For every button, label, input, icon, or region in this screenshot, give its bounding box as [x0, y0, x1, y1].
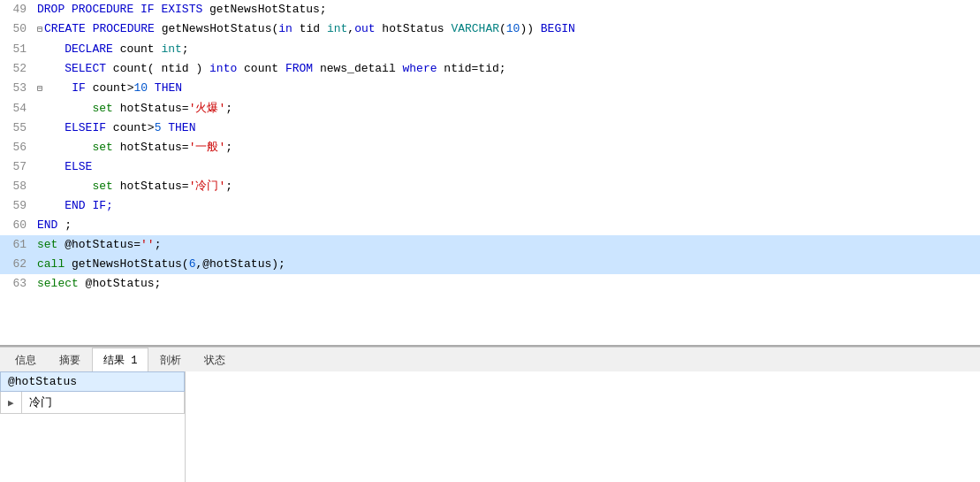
tab-结果 1[interactable]: 结果 1 [92, 348, 148, 372]
token: VARCHAR [451, 22, 499, 35]
token: 10 [133, 81, 148, 95]
result-row: ▶冷门 [1, 392, 185, 414]
token: count> [113, 121, 155, 134]
token: ,@hotStatus); [195, 257, 285, 271]
token: DECLARE [37, 42, 120, 56]
code-line: 56 set hotStatus='一般'; [0, 138, 980, 157]
token: END [37, 218, 65, 232]
token: hotStatus= [120, 102, 189, 115]
line-content: ⊟ IF count>10 THEN [34, 79, 980, 99]
result-table: @hotStatus ▶冷门 [0, 371, 185, 414]
code-line: 63select @hotStatus; [0, 274, 980, 294]
token: ; [182, 42, 189, 56]
token: getNewsHotStatus [162, 22, 272, 35]
token: set [37, 180, 120, 193]
token: CREATE PROCEDURE [44, 22, 162, 35]
token: ntid=tid; [437, 62, 506, 75]
line-content: ELSE [34, 157, 980, 177]
line-content: set @hotStatus=''; [34, 235, 980, 255]
line-content: set hotStatus='一般'; [34, 138, 980, 157]
code-line: 55 ELSEIF count>5 THEN [0, 119, 980, 138]
token: count [237, 62, 285, 75]
token: hotStatus= [120, 180, 189, 193]
token: SELECT [37, 62, 113, 75]
token: ELSE [37, 160, 92, 173]
token: )) [520, 22, 540, 35]
token: int [327, 22, 347, 35]
tab-摘要[interactable]: 摘要 [48, 348, 92, 372]
token: ; [65, 218, 72, 232]
token: set [37, 141, 120, 154]
row-indicator: ▶ [1, 392, 22, 414]
token: , [347, 22, 354, 35]
token: out [354, 22, 375, 35]
token: ( [499, 22, 506, 35]
token: count> [93, 81, 134, 95]
line-content: DECLARE count int; [34, 40, 980, 59]
code-line: 58 set hotStatus='冷门'; [0, 177, 980, 196]
token: in [278, 22, 292, 35]
token: getNewsHotStatus( [72, 257, 189, 271]
line-content: END IF; [34, 196, 980, 216]
token: THEN [161, 121, 195, 134]
line-content: select @hotStatus; [34, 274, 980, 294]
line-number: 61 [0, 235, 34, 255]
token: ELSEIF [37, 121, 113, 134]
line-number: 49 [0, 0, 34, 19]
token: FROM [285, 62, 313, 75]
token: @hotStatus= [65, 238, 141, 251]
token: ; [225, 102, 232, 115]
line-number: 54 [0, 99, 34, 119]
token: THEN [148, 81, 182, 95]
token: '火爆' [189, 102, 226, 115]
token: IF [44, 81, 93, 95]
line-number: 56 [0, 138, 34, 157]
token: ; [155, 238, 162, 251]
line-content: ⊟CREATE PROCEDURE getNewsHotStatus(in ti… [34, 19, 980, 40]
token: DROP PROCEDURE IF EXISTS [37, 3, 209, 16]
token: set [37, 102, 120, 115]
line-number: 59 [0, 196, 34, 216]
token: '冷门' [189, 180, 226, 193]
line-number: 58 [0, 177, 34, 196]
line-number: 57 [0, 157, 34, 177]
token: '' [141, 238, 155, 251]
result-content: @hotStatus ▶冷门 [0, 371, 980, 482]
line-content: DROP PROCEDURE IF EXISTS getNewsHotStatu… [34, 0, 980, 19]
line-number: 60 [0, 216, 34, 235]
token: BEGIN [541, 22, 575, 35]
token: ; [225, 180, 232, 193]
tab-状态[interactable]: 状态 [193, 348, 237, 372]
line-number: 50 [0, 19, 34, 39]
tab-信息[interactable]: 信息 [4, 348, 48, 372]
token: hotStatus [376, 22, 452, 35]
line-content: END ; [34, 216, 980, 235]
code-line: 51 DECLARE count int; [0, 40, 980, 59]
code-line: 59 END IF; [0, 196, 980, 216]
line-number: 62 [0, 255, 34, 274]
token: set [37, 238, 65, 251]
code-line: 50⊟CREATE PROCEDURE getNewsHotStatus(in … [0, 19, 980, 40]
code-line: 57 ELSE [0, 157, 980, 177]
token: where [403, 62, 437, 75]
line-number: 55 [0, 119, 34, 138]
token: int [161, 42, 181, 56]
result-left: @hotStatus ▶冷门 [0, 371, 186, 482]
code-line: 61set @hotStatus=''; [0, 235, 980, 255]
token: getNewsHotStatus; [209, 3, 327, 16]
code-line: 60END ; [0, 216, 980, 235]
tab-剖析[interactable]: 剖析 [148, 348, 193, 372]
token: 10 [506, 22, 520, 35]
token: tid [292, 22, 327, 35]
editor-area[interactable]: 49DROP PROCEDURE IF EXISTS getNewsHotSta… [0, 0, 980, 345]
token: count [120, 42, 162, 56]
token: count( ntid ) [113, 62, 209, 75]
tabs-bar[interactable]: 信息摘要结果 1剖析状态 [0, 347, 980, 371]
code-line: 53⊟ IF count>10 THEN [0, 79, 980, 99]
collapse-icon[interactable]: ⊟ [37, 84, 42, 94]
code-line: 62call getNewsHotStatus(6,@hotStatus); [0, 255, 980, 274]
code-line: 54 set hotStatus='火爆'; [0, 99, 980, 119]
line-number: 52 [0, 59, 34, 79]
collapse-icon[interactable]: ⊟ [37, 25, 42, 34]
token: call [37, 257, 72, 271]
